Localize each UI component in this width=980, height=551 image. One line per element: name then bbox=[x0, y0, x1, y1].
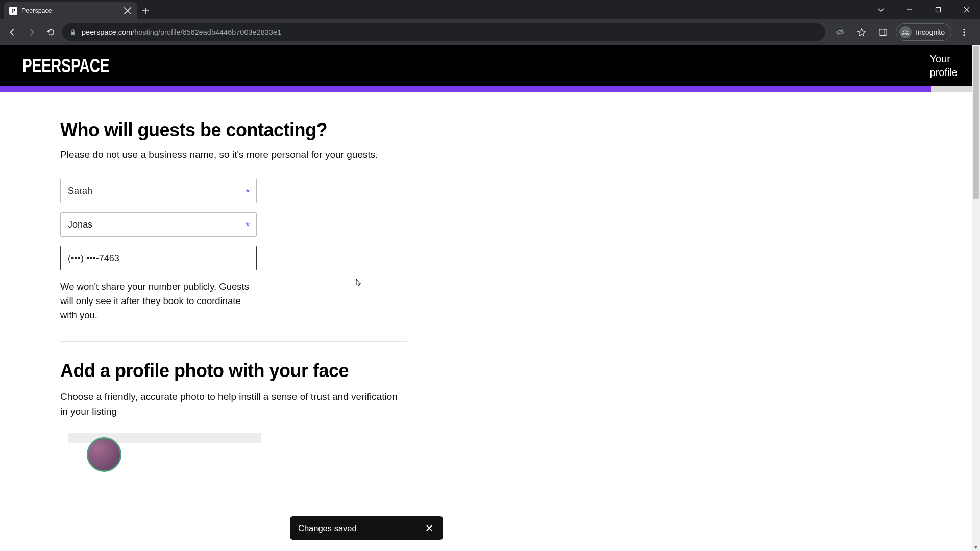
progress-fill bbox=[0, 86, 931, 92]
window-close-button[interactable] bbox=[955, 2, 978, 17]
window-maximize-button[interactable] bbox=[927, 2, 949, 17]
section-divider bbox=[60, 341, 407, 342]
profile-photo-preview[interactable] bbox=[87, 437, 121, 472]
photo-heading: Add a profile photo with your face bbox=[60, 360, 408, 382]
last-name-field-wrap: * bbox=[60, 212, 257, 237]
contact-subtitle: Please do not use a business name, so it… bbox=[60, 149, 408, 160]
your-profile-link[interactable]: Your profile bbox=[930, 52, 958, 80]
browser-tab[interactable]: P Peerspace bbox=[4, 2, 137, 19]
nav-reload-button[interactable] bbox=[43, 24, 59, 40]
nav-back-button[interactable] bbox=[4, 24, 20, 40]
bookmark-button[interactable] bbox=[853, 23, 870, 41]
phone-input[interactable] bbox=[60, 246, 257, 270]
svg-rect-1 bbox=[71, 32, 75, 35]
chevron-down-icon bbox=[877, 6, 885, 13]
toast-close-button[interactable] bbox=[424, 522, 435, 534]
svg-point-4 bbox=[963, 29, 965, 30]
incognito-avatar-icon bbox=[899, 26, 912, 38]
svg-rect-0 bbox=[936, 8, 941, 12]
svg-point-6 bbox=[963, 34, 965, 36]
tab-favicon: P bbox=[9, 7, 17, 15]
incognito-label: Incognito bbox=[916, 28, 945, 36]
site-header: PEERSPACE Your profile bbox=[0, 45, 980, 86]
main-content: Who will guests be contacting? Please do… bbox=[0, 92, 408, 443]
reload-icon bbox=[46, 28, 56, 37]
address-bar[interactable]: peerspace.com/hosting/profile/6562eadb44… bbox=[62, 23, 825, 41]
maximize-icon bbox=[935, 7, 941, 13]
window-controls bbox=[870, 2, 980, 19]
tab-title: Peerspace bbox=[21, 7, 119, 14]
incognito-indicator-icon[interactable] bbox=[831, 23, 849, 41]
side-panel-button[interactable] bbox=[874, 23, 892, 41]
tab-close-button[interactable] bbox=[124, 7, 132, 15]
toolbar-right: Incognito bbox=[828, 23, 976, 41]
tab-bar: P Peerspace bbox=[0, 0, 980, 19]
window-minimize-button[interactable] bbox=[898, 2, 921, 17]
page-viewport: PEERSPACE Your profile Who will guests b… bbox=[0, 45, 980, 551]
svg-rect-2 bbox=[879, 29, 887, 36]
first-name-field-wrap: * bbox=[60, 179, 257, 203]
plus-icon bbox=[142, 7, 149, 14]
progress-bar bbox=[0, 86, 980, 92]
last-name-input[interactable] bbox=[60, 212, 257, 237]
arrow-left-icon bbox=[8, 28, 17, 37]
first-name-input[interactable] bbox=[60, 179, 257, 203]
close-icon bbox=[964, 7, 970, 13]
scrollbar[interactable]: ▲ ▼ bbox=[972, 45, 980, 551]
toast-notification: Changes saved bbox=[290, 516, 443, 540]
kebab-icon bbox=[960, 28, 969, 37]
photo-dropzone[interactable] bbox=[68, 433, 261, 443]
phone-help-text: We won't share your number publicly. Gue… bbox=[60, 280, 259, 322]
contact-heading: Who will guests be contacting? bbox=[60, 119, 408, 141]
phone-field-wrap bbox=[60, 246, 257, 270]
eye-off-icon bbox=[836, 28, 845, 37]
toast-message: Changes saved bbox=[298, 523, 357, 533]
profile-button[interactable]: Incognito bbox=[896, 23, 951, 41]
tab-search-button[interactable] bbox=[870, 2, 892, 17]
nav-forward-button[interactable] bbox=[23, 24, 40, 40]
close-icon bbox=[426, 524, 433, 532]
svg-point-5 bbox=[963, 31, 965, 33]
close-icon bbox=[124, 7, 132, 15]
scroll-down-arrow-icon[interactable]: ▼ bbox=[972, 543, 980, 551]
arrow-right-icon bbox=[27, 28, 36, 37]
url-text: peerspace.com/hosting/profile/6562eadb44… bbox=[82, 28, 281, 36]
star-icon bbox=[857, 28, 866, 37]
your-profile-line2: profile bbox=[930, 66, 958, 80]
your-profile-line1: Your bbox=[930, 52, 958, 66]
lock-icon bbox=[69, 29, 77, 36]
browser-toolbar: peerspace.com/hosting/profile/6562eadb44… bbox=[0, 19, 980, 45]
browser-chrome: P Peerspace bbox=[0, 0, 980, 45]
new-tab-button[interactable] bbox=[137, 2, 154, 19]
minimize-icon bbox=[906, 7, 913, 13]
photo-subtitle: Choose a friendly, accurate photo to hel… bbox=[60, 390, 407, 419]
scrollbar-thumb[interactable] bbox=[973, 46, 979, 199]
site-logo[interactable]: PEERSPACE bbox=[22, 54, 110, 77]
browser-menu-button[interactable] bbox=[955, 23, 973, 41]
panel-icon bbox=[878, 28, 888, 37]
